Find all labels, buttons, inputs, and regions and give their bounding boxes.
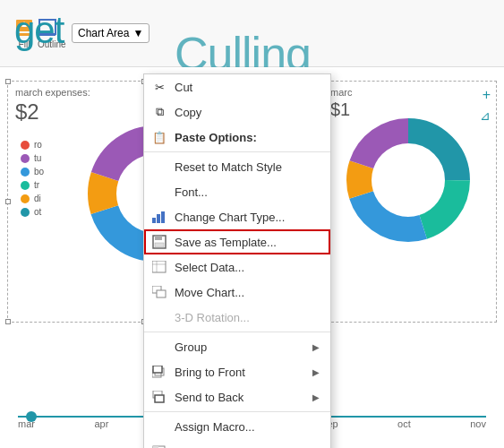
legend: ro tu bo tr di ot [21, 140, 44, 217]
reset-icon [151, 159, 167, 175]
svg-rect-20 [155, 236, 162, 240]
menu-item-rotation: 3-D Rotation... [144, 305, 330, 330]
cut-icon: ✂ [151, 79, 167, 95]
resize-handle-ml[interactable] [5, 199, 11, 204]
menu-item-paste[interactable]: 📋 Paste Options: [144, 125, 330, 150]
menu-item-send-back[interactable]: Send to Back ▶ [144, 384, 330, 409]
chart-right: + ⊿ marc $1 [322, 81, 497, 323]
paste-label: Paste Options: [175, 131, 320, 144]
cut-label: Cut [175, 81, 320, 94]
svg-rect-17 [157, 214, 160, 223]
menu-item-format-area[interactable]: Format Chart Area... [144, 439, 330, 448]
legend-label: ot [34, 207, 41, 217]
menu-item-move-chart[interactable]: Move Chart... [144, 280, 330, 305]
save-template-label: Save as Template... [175, 236, 320, 249]
legend-item: ro [21, 140, 44, 150]
chart-right-title: marc [323, 82, 496, 99]
assign-macro-icon [151, 418, 167, 435]
bring-front-label: Bring to Front [175, 366, 305, 379]
svg-rect-29 [153, 366, 162, 373]
filter-icon[interactable]: ⊿ [480, 108, 491, 123]
resize-handle-bl[interactable] [5, 319, 11, 324]
send-back-label: Send to Back [175, 391, 305, 404]
dropdown-arrow-icon: ▼ [132, 27, 143, 39]
copy-label: Copy [175, 106, 320, 119]
font-icon [151, 184, 167, 200]
chart-area-label: Chart Area [78, 27, 129, 39]
month-oct: oct [397, 418, 411, 429]
rotation-icon [151, 309, 167, 325]
group-arrow-icon: ▶ [312, 342, 320, 352]
menu-item-select-data[interactable]: Select Data... [144, 254, 330, 280]
assign-macro-label: Assign Macro... [175, 420, 320, 434]
change-chart-icon [151, 209, 167, 225]
font-label: Font... [175, 185, 320, 199]
month-nov: nov [470, 418, 486, 429]
legend-label: tu [34, 153, 41, 163]
context-menu: ✂ Cut ⧉ Copy 📋 Paste Options: Reset to M… [143, 73, 331, 448]
paste-icon: 📋 [151, 129, 167, 145]
svg-rect-26 [157, 290, 166, 297]
menu-item-change-chart[interactable]: Change Chart Type... [144, 204, 330, 229]
svg-rect-31 [155, 395, 164, 402]
donut-chart-right [337, 108, 480, 252]
change-chart-label: Change Chart Type... [175, 211, 320, 224]
bring-front-icon [151, 364, 167, 380]
format-area-label: Format Chart Area... [175, 445, 320, 449]
month-apr: apr [94, 418, 108, 429]
menu-item-cut[interactable]: ✂ Cut [144, 74, 330, 99]
move-chart-label: Move Chart... [175, 286, 320, 299]
legend-label: tr [34, 180, 39, 190]
svg-point-15 [374, 146, 442, 214]
select-data-icon [151, 259, 167, 275]
legend-label: di [34, 194, 41, 203]
svg-rect-21 [155, 243, 164, 247]
plus-icon[interactable]: + [483, 87, 491, 103]
copy-icon: ⧉ [151, 104, 167, 120]
send-back-arrow-icon: ▶ [312, 392, 320, 402]
legend-label: bo [34, 167, 44, 177]
menu-item-save-template[interactable]: Save as Template... [144, 229, 330, 254]
separator-2 [144, 332, 330, 332]
separator-3 [144, 411, 330, 412]
page-title: get [14, 9, 64, 52]
chart-area-dropdown[interactable]: Chart Area ▼ [72, 23, 149, 43]
send-back-icon [151, 389, 167, 405]
timeline-dot [26, 411, 37, 422]
legend-item: tu [21, 153, 44, 163]
legend-item: tr [21, 180, 44, 190]
legend-item: bo [21, 167, 44, 177]
resize-handle-tl[interactable] [5, 79, 11, 84]
bring-front-arrow-icon: ▶ [312, 367, 320, 377]
menu-item-reset[interactable]: Reset to Match Style [144, 154, 330, 179]
select-data-label: Select Data... [175, 261, 320, 274]
svg-rect-18 [161, 211, 165, 223]
legend-item: di [21, 194, 44, 203]
rotation-label: 3-D Rotation... [175, 311, 320, 324]
menu-item-group[interactable]: Group ▶ [144, 334, 330, 359]
menu-item-copy[interactable]: ⧉ Copy [144, 99, 330, 125]
legend-label: ro [34, 140, 42, 150]
move-chart-icon [151, 284, 167, 300]
svg-rect-16 [152, 218, 156, 223]
group-icon [151, 339, 167, 355]
menu-item-assign-macro[interactable]: Assign Macro... [144, 414, 330, 439]
format-area-icon [151, 444, 167, 448]
svg-rect-22 [152, 261, 166, 272]
menu-item-font[interactable]: Font... [144, 179, 330, 204]
legend-item: ot [21, 207, 44, 217]
separator-1 [144, 151, 330, 152]
group-label: Group [175, 340, 305, 354]
save-template-icon [151, 234, 167, 250]
menu-item-bring-front[interactable]: Bring to Front ▶ [144, 359, 330, 384]
reset-label: Reset to Match Style [175, 160, 320, 174]
